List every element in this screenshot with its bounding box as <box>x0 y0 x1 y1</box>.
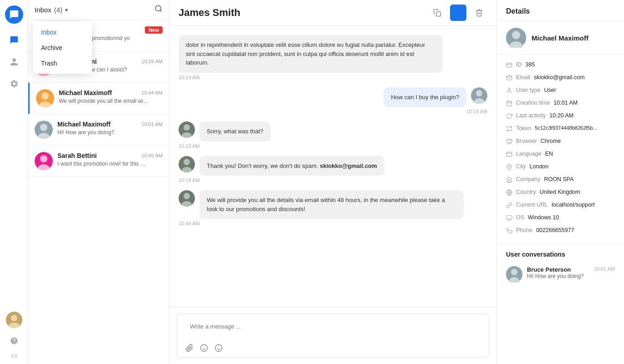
nav-settings-icon[interactable] <box>5 75 23 93</box>
details-username: Michael Maximoff <box>532 34 588 42</box>
usertype-icon <box>506 87 512 95</box>
message-item: Sorry, what was that? 10:19 AM <box>179 121 487 149</box>
svg-rect-46 <box>507 101 512 106</box>
id-value: 385 <box>526 61 535 68</box>
sidebar: Inbox (4) ▾ Inbox Archive Trash Luisa Sa… <box>28 0 169 364</box>
svg-point-45 <box>508 88 511 91</box>
dropdown-item-archive[interactable]: Archive <box>33 40 92 56</box>
conversation-item[interactable]: Michael Maximoff 10:01 AM Hi! How are yo… <box>28 114 169 146</box>
conversation-content: Michael Maximoff 10:44 AM We will provid… <box>59 89 163 107</box>
last-activity-value: 10:20 AM <box>549 112 573 119</box>
emoji-button[interactable] <box>215 344 223 354</box>
browser-value: Chrome <box>541 138 561 144</box>
svg-rect-50 <box>506 139 512 143</box>
svg-point-29 <box>184 159 190 165</box>
message-bubble: Sorry, what was that? <box>199 121 271 142</box>
svg-point-15 <box>40 124 47 131</box>
detail-row-os: OS Windows 10 <box>506 212 615 225</box>
conversation-name: Michael Maximoff <box>59 89 112 96</box>
new-badge: New <box>145 26 163 34</box>
company-icon <box>506 177 512 184</box>
search-button[interactable] <box>154 5 163 15</box>
details-user: Michael Maximoff <box>497 21 624 55</box>
conversation-name: Michael Maximoff <box>57 121 111 128</box>
app-logo <box>5 5 23 24</box>
app-version: 3.0 <box>11 354 17 359</box>
svg-rect-43 <box>506 63 512 67</box>
chat-title: James Smith <box>179 7 240 19</box>
chat-input-tools <box>184 344 482 354</box>
conversation-preview: We will provide you all the email within… <box>59 98 150 104</box>
detail-row-token: Token 5c12c3f9374448b8262f5b... <box>506 123 615 136</box>
os-icon <box>506 215 512 222</box>
conversation-time: 10:45 AM <box>142 153 163 158</box>
city-value: London <box>530 163 549 170</box>
nav-bottom: 3.0 <box>5 312 23 359</box>
url-value: localhost/support <box>552 202 595 208</box>
svg-point-41 <box>512 31 520 39</box>
svg-point-1 <box>11 315 17 321</box>
copy-action-button[interactable] <box>429 5 445 21</box>
detail-row-creation-time: Creation time 10:01 AM <box>506 97 615 110</box>
svg-point-56 <box>508 166 510 167</box>
country-icon <box>506 189 512 197</box>
inbox-dropdown-button[interactable]: Inbox (4) ▾ <box>35 6 68 14</box>
attachment-button[interactable] <box>185 344 194 354</box>
download-action-button[interactable] <box>450 5 466 21</box>
left-navigation: 3.0 <box>0 0 28 364</box>
detail-row-usertype: User type User <box>506 85 615 97</box>
user-avatar[interactable] <box>6 312 22 328</box>
delete-action-button[interactable] <box>471 5 487 21</box>
conversation-content: Sarah Bettini 10:45 AM I want this promo… <box>57 152 163 170</box>
dropdown-item-inbox[interactable]: Inbox <box>33 25 92 40</box>
nav-inbox-icon[interactable] <box>5 31 23 49</box>
os-value: Windows 10 <box>528 214 559 221</box>
user-conv-content: Bruce Peterson 10:01 AM Hi! How are you … <box>527 266 615 279</box>
email-icon <box>506 75 512 82</box>
inbox-dropdown-menu: Inbox Archive Trash <box>33 22 92 74</box>
chat-messages: dolor in reprehenderit in voluptate veli… <box>169 26 496 307</box>
message-bubble: We will provide you all the details via … <box>199 190 464 219</box>
phone-value: 002266655977 <box>536 227 574 233</box>
company-label: Company <box>516 176 541 182</box>
usertype-label: User type <box>516 87 541 93</box>
details-panel: Details Michael Maximoff ID 385 Email sk… <box>496 0 624 364</box>
browser-icon <box>506 138 512 146</box>
conversation-item[interactable]: Sarah Bettini 10:45 AM I want this promo… <box>28 146 169 177</box>
detail-row-browser: Browser Chrome <box>506 136 615 148</box>
detail-row-email: Email skiokko@gmail.com <box>506 72 615 85</box>
chat-header: James Smith <box>169 0 496 26</box>
id-icon <box>506 62 512 70</box>
detail-row-current-url: Current URL localhost/support <box>506 199 615 212</box>
message-time: 10:44 AM <box>179 221 199 226</box>
details-user-avatar <box>506 28 526 48</box>
inbox-label: Inbox <box>35 6 51 14</box>
detail-row-language: Language EN <box>506 148 615 161</box>
message-input[interactable] <box>184 318 482 339</box>
user-conversation-item[interactable]: Bruce Peterson 10:01 AM Hi! How are you … <box>506 263 615 285</box>
id-label: ID <box>516 61 522 68</box>
svg-rect-20 <box>436 12 441 16</box>
user-conv-avatar <box>506 266 522 283</box>
svg-point-32 <box>184 193 190 199</box>
svg-point-34 <box>201 345 208 352</box>
sidebar-header: Inbox (4) ▾ Inbox Archive Trash <box>28 0 169 20</box>
message-avatar <box>179 121 195 138</box>
inbox-count: (4) <box>54 6 62 14</box>
message-time: 10:14 AM <box>179 75 199 80</box>
conversation-time: 10:28 AM <box>142 59 163 64</box>
message-time: 10:19 AM <box>179 143 199 149</box>
detail-row-country: Country United Kingdom <box>506 187 615 199</box>
token-icon <box>506 126 512 133</box>
emoji-alt-button[interactable] <box>200 344 208 354</box>
conversation-item[interactable]: Michael Maximoff 10:44 AM We will provid… <box>28 83 169 114</box>
svg-point-12 <box>41 92 49 100</box>
svg-point-18 <box>40 155 47 162</box>
dropdown-item-trash[interactable]: Trash <box>33 56 92 71</box>
chat-area: James Smith dolor in reprehenderit in <box>169 0 496 364</box>
nav-help-icon[interactable] <box>5 332 23 350</box>
svg-point-3 <box>155 5 161 11</box>
message-bubble: dolor in reprehenderit in voluptate veli… <box>179 35 443 73</box>
nav-contacts-icon[interactable] <box>5 53 23 71</box>
city-label: City <box>516 163 526 170</box>
